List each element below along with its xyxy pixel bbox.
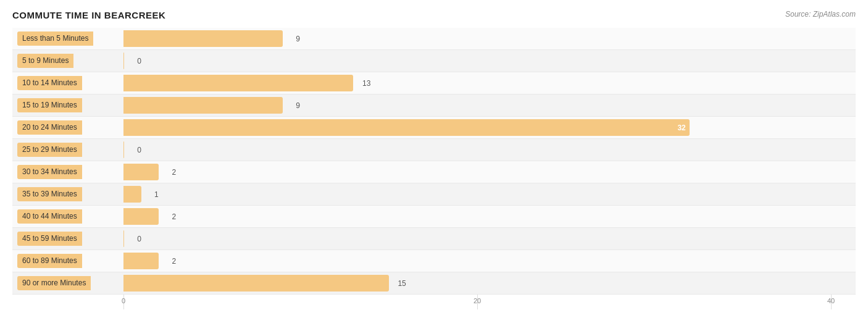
bar-value: 0 <box>137 146 141 154</box>
bar-value: 2 <box>172 212 177 221</box>
bar-value: 9 <box>296 35 300 43</box>
bar-value: 0 <box>137 57 141 65</box>
bar-fill: 32 <box>123 119 690 136</box>
bar-value: 2 <box>172 257 177 266</box>
bar-label: 15 to 19 Minutes <box>17 98 82 112</box>
bar-label: 60 to 89 Minutes <box>17 254 82 267</box>
bar-label: 30 to 34 Minutes <box>17 165 82 178</box>
bar-fill: 2 <box>123 164 159 180</box>
bar-label: Less than 5 Minutes <box>17 31 93 45</box>
bar-fill: 15 <box>123 275 389 292</box>
bar-row: 10 to 14 Minutes13 <box>12 72 856 94</box>
x-axis: 02040 <box>123 297 831 309</box>
bar-label: 5 to 9 Minutes <box>17 54 73 67</box>
bar-label: 25 to 29 Minutes <box>17 143 82 156</box>
bar-label: 40 to 44 Minutes <box>17 209 82 223</box>
x-axis-tick: 0 <box>122 297 125 304</box>
bar-label: 90 or more Minutes <box>17 276 91 290</box>
bar-row: 30 to 34 Minutes2 <box>12 161 856 183</box>
chart-title: COMMUTE TIME IN BEARCREEK <box>12 10 165 20</box>
bar-row: 15 to 19 Minutes9 <box>12 94 856 117</box>
chart-header: COMMUTE TIME IN BEARCREEK Source: ZipAtl… <box>12 10 856 20</box>
chart-source: Source: ZipAtlas.com <box>785 10 856 19</box>
bar-label: 20 to 24 Minutes <box>17 120 82 134</box>
bar-value: 15 <box>398 279 406 288</box>
bar-row: 20 to 24 Minutes32 <box>12 117 856 139</box>
bar-row: 40 to 44 Minutes2 <box>12 206 856 228</box>
bar-fill: 1 <box>123 186 141 203</box>
bar-value: 2 <box>172 168 177 177</box>
bar-fill: 9 <box>123 97 283 114</box>
bar-value: 0 <box>137 235 141 243</box>
bar-fill: 9 <box>123 30 283 47</box>
bar-fill: 2 <box>123 208 159 225</box>
bar-value-inside: 32 <box>677 124 685 132</box>
bar-label: 10 to 14 Minutes <box>17 76 82 90</box>
bar-row: 90 or more Minutes15 <box>12 272 856 295</box>
bar-fill: 0 <box>123 52 124 69</box>
bar-fill: 0 <box>123 141 124 158</box>
bar-value: 1 <box>154 190 159 199</box>
x-axis-tick: 40 <box>827 297 835 304</box>
bar-row: 45 to 59 Minutes0 <box>12 228 856 250</box>
bar-row: 35 to 39 Minutes1 <box>12 183 856 206</box>
bar-row: 5 to 9 Minutes0 <box>12 50 856 72</box>
bar-fill: 2 <box>123 253 159 269</box>
bar-label: 45 to 59 Minutes <box>17 232 82 245</box>
bar-label: 35 to 39 Minutes <box>17 187 82 201</box>
bar-value: 13 <box>362 79 370 88</box>
bar-row: Less than 5 Minutes9 <box>12 28 856 50</box>
bar-value: 9 <box>296 101 300 110</box>
bar-row: 60 to 89 Minutes2 <box>12 250 856 272</box>
chart-area: Less than 5 Minutes95 to 9 Minutes010 to… <box>12 28 856 309</box>
bar-fill: 13 <box>123 75 353 91</box>
bar-row: 25 to 29 Minutes0 <box>12 139 856 161</box>
bar-fill: 0 <box>123 230 124 247</box>
x-axis-tick: 20 <box>474 297 481 304</box>
